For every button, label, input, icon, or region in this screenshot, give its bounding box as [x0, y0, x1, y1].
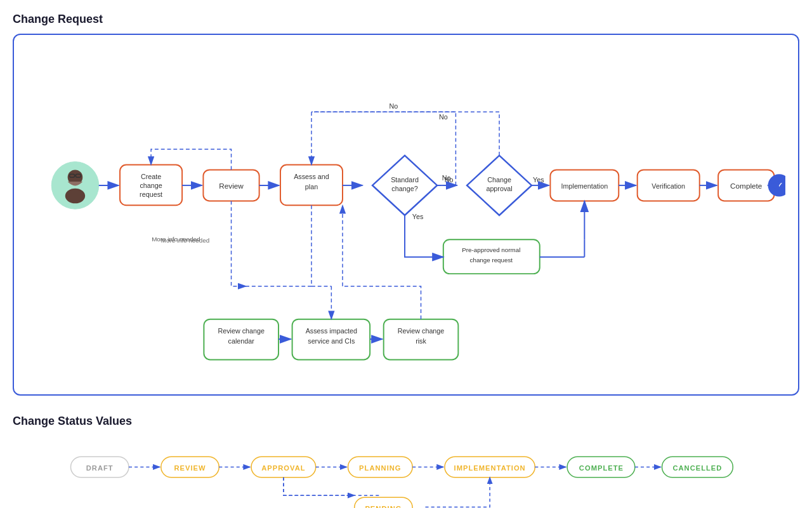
- diagram-container: Create change request Review More info n…: [13, 34, 799, 396]
- verification-node: Verification: [638, 170, 700, 201]
- svg-text:Review change: Review change: [398, 327, 445, 335]
- svg-text:IMPLEMENTATION: IMPLEMENTATION: [454, 464, 526, 472]
- svg-text:change?: change?: [391, 185, 417, 192]
- svg-text:Create: Create: [141, 173, 161, 180]
- svg-text:DRAFT: DRAFT: [86, 464, 114, 472]
- status-pending[interactable]: PENDING: [355, 497, 412, 508]
- status-approval[interactable]: APPROVAL: [251, 457, 316, 478]
- page-content: Change Request: [13, 13, 799, 508]
- preapproved-node: Pre-approved normal change request: [443, 239, 540, 274]
- assess-impacted-node: Assess impacted service and CIs: [292, 319, 370, 360]
- svg-text:No: No: [442, 174, 451, 182]
- svg-text:Verification: Verification: [652, 182, 685, 190]
- svg-text:Yes: Yes: [412, 213, 424, 220]
- status-implementation[interactable]: IMPLEMENTATION: [445, 457, 535, 478]
- status-values-title: Change Status Values: [13, 415, 799, 428]
- svg-text:PENDING: PENDING: [365, 505, 402, 508]
- svg-text:change: change: [140, 182, 162, 189]
- svg-text:calendar: calendar: [228, 337, 255, 345]
- svg-text:Assess impacted: Assess impacted: [306, 327, 357, 335]
- svg-text:CANCELLED: CANCELLED: [672, 464, 722, 472]
- svg-text:Complete: Complete: [730, 182, 763, 190]
- svg-text:Standard: Standard: [391, 176, 419, 184]
- actor-icon: [51, 162, 99, 210]
- svg-text:Assess and: Assess and: [294, 173, 329, 180]
- assess-node: Assess and plan: [280, 165, 343, 206]
- svg-text:Implementation: Implementation: [561, 182, 608, 190]
- status-planning[interactable]: PLANNING: [348, 457, 413, 478]
- create-node: Create change request: [120, 165, 182, 206]
- svg-text:Pre-approved normal: Pre-approved normal: [462, 246, 520, 253]
- change-request-title: Change Request: [13, 13, 799, 26]
- diagram-svg: Create change request Review More info n…: [27, 48, 785, 382]
- svg-text:Yes: Yes: [533, 176, 544, 184]
- implementation-node: Implementation: [550, 170, 619, 201]
- status-complete[interactable]: COMPLETE: [567, 457, 635, 478]
- svg-text:No: No: [390, 102, 398, 110]
- svg-text:Review change: Review change: [218, 327, 265, 335]
- svg-text:risk: risk: [416, 337, 426, 345]
- svg-text:change request: change request: [470, 257, 513, 264]
- svg-text:request: request: [140, 190, 162, 198]
- status-container: DRAFT REVIEW APPROVAL: [13, 438, 799, 508]
- status-cancelled[interactable]: CANCELLED: [662, 457, 733, 478]
- complete-node: Complete: [718, 170, 774, 201]
- svg-text:Change: Change: [487, 176, 511, 184]
- svg-point-2: [65, 189, 85, 204]
- svg-text:COMPLETE: COMPLETE: [579, 464, 624, 472]
- svg-text:APPROVAL: APPROVAL: [261, 464, 305, 472]
- svg-text:service and CIs: service and CIs: [308, 337, 355, 345]
- svg-text:More info needed: More info needed: [152, 236, 200, 243]
- status-draft[interactable]: DRAFT: [70, 457, 128, 478]
- status-review[interactable]: REVIEW: [161, 457, 219, 478]
- svg-text:Review: Review: [219, 182, 244, 190]
- svg-text:No: No: [439, 113, 448, 121]
- status-svg: DRAFT REVIEW APPROVAL: [13, 438, 799, 508]
- status-values-section: Change Status Values DRAFT: [13, 415, 799, 508]
- svg-text:PLANNING: PLANNING: [359, 464, 401, 472]
- svg-text:approval: approval: [486, 185, 512, 192]
- svg-text:plan: plan: [305, 183, 318, 190]
- standard-change-node: Standard change?: [372, 156, 437, 215]
- review-calendar-node: Review change calendar: [204, 319, 278, 360]
- svg-text:✓: ✓: [775, 180, 783, 191]
- svg-text:REVIEW: REVIEW: [174, 464, 206, 472]
- change-approval-node: Change approval: [467, 156, 532, 215]
- review-node: Review: [203, 170, 259, 201]
- review-risk-node: Review change risk: [384, 319, 459, 360]
